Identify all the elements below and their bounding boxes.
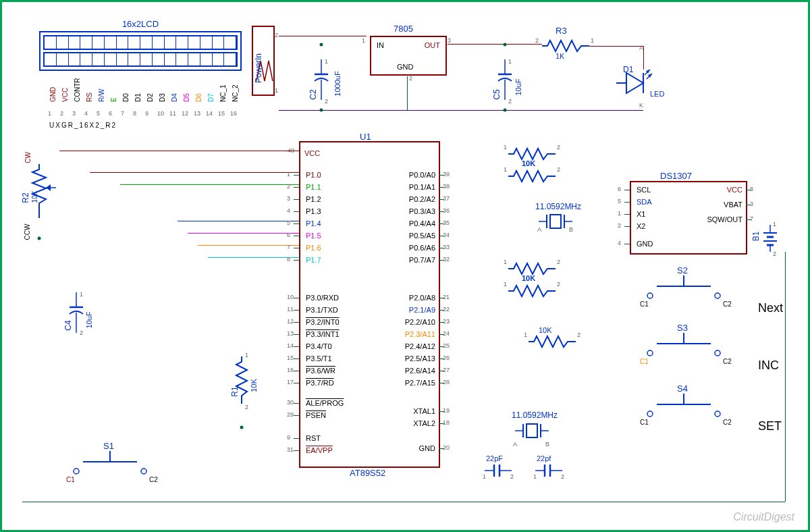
lcd-pin-contr: CONTR <box>74 78 81 102</box>
svg-point-50 <box>647 350 653 356</box>
lcd-pin-d1: D1 <box>134 93 142 102</box>
lcd-title: 16x2LCD <box>39 19 242 29</box>
svg-point-51 <box>715 350 720 356</box>
lcd-pin-d6: D6 <box>195 93 202 102</box>
switch-s4 <box>643 394 724 421</box>
resistor-r3 <box>542 39 589 53</box>
inc-label: INC <box>758 358 779 373</box>
lcd-pin-vcc: VCC <box>61 88 69 102</box>
powerin-label: PowerIn <box>254 53 263 83</box>
svg-point-47 <box>715 293 720 298</box>
lcd-pin-gnd: GND <box>49 87 57 102</box>
svg-point-46 <box>647 293 653 298</box>
lcd-pin-d5: D5 <box>183 93 190 102</box>
lcd-pin-d3: D3 <box>159 93 166 102</box>
resistor-pullup4 <box>508 284 556 298</box>
lcd-pin-d0: D0 <box>122 93 130 102</box>
svg-rect-31 <box>526 424 537 437</box>
resistor-pullup1 <box>508 147 556 161</box>
schematic-canvas: 16x2LCD for(let i=0;i<16;i++)document.wr… <box>0 0 810 532</box>
resistor-pullup3 <box>508 262 556 275</box>
resistor-pullup2 <box>508 169 556 183</box>
cap-22pf-1 <box>485 464 512 477</box>
mcu-ref: U1 <box>360 132 371 142</box>
reg-ref: 7805 <box>394 24 413 34</box>
lcd-pin-nc_2: NC_2 <box>232 84 239 102</box>
switch-s1 <box>70 451 151 478</box>
lcd-pin-d2: D2 <box>146 93 154 102</box>
switch-s3 <box>643 333 724 360</box>
svg-point-55 <box>715 411 720 417</box>
mcu-part: AT89S52 <box>350 468 385 478</box>
lcd-pin-nc_1: NC_1 <box>219 84 227 102</box>
set-label: SET <box>758 419 782 433</box>
watermark: CircuitDigest <box>733 511 794 523</box>
voltage-regulator: IN OUT GND <box>370 36 447 76</box>
svg-marker-14 <box>46 184 51 191</box>
svg-rect-20 <box>550 215 561 228</box>
battery-b1 <box>763 225 777 252</box>
lcd-pin-d4: D4 <box>171 93 178 102</box>
svg-marker-0 <box>626 73 643 93</box>
lcd-pin-e: E <box>110 97 117 102</box>
rtc-ref: DS1307 <box>660 171 692 181</box>
led-d1 <box>616 70 650 103</box>
crystal-rtc <box>539 211 572 232</box>
svg-point-54 <box>647 411 653 417</box>
svg-point-42 <box>74 469 79 474</box>
lcd-pin-r/w: R/W <box>98 89 105 102</box>
lcd-pin-rs: RS <box>86 92 93 102</box>
crystal-mcu <box>515 421 549 441</box>
switch-s2 <box>643 275 724 302</box>
lcd-block: 16x2LCD for(let i=0;i<16;i++)document.wr… <box>39 19 242 71</box>
cap-22pf-2 <box>535 464 562 477</box>
next-label: Next <box>758 301 783 315</box>
resistor-pullup5 <box>529 335 576 348</box>
lcd-pin-d7: D7 <box>207 93 215 102</box>
svg-point-43 <box>141 469 146 474</box>
